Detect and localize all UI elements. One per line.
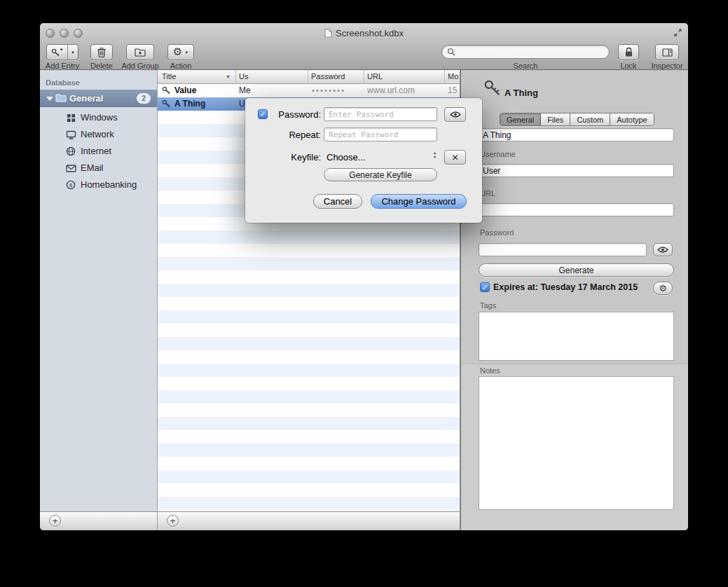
add-entry-button[interactable]: ▼ [46,44,78,60]
column-header-modified[interactable]: Mo [448,72,458,81]
sidebar-item-internet[interactable]: Internet [40,143,157,160]
inspector-entry-title: A Thing [504,88,538,98]
dialog-keyfile-label: Keyfile: [266,152,321,163]
tags-label: Tags [480,301,496,310]
lock-button[interactable] [618,44,639,60]
action-label: Action [163,62,198,70]
row-username: Me [239,85,251,95]
inspector-panel: A Thing General Files Custom Autotype Us… [460,70,688,530]
column-header-title[interactable]: Title [162,72,176,81]
toolbar-item-add-entry: ▼ Add Entry [44,44,81,69]
key-icon [162,86,171,95]
sidebar-item-label: Windows [81,112,118,123]
tab-files[interactable]: Files [541,113,570,125]
svg-text:$: $ [69,182,73,188]
window-title-bar: Screenshot.kdbx [40,27,688,39]
column-divider[interactable] [364,70,364,84]
column-divider[interactable] [235,70,236,84]
row-url: www.url.com [367,85,415,95]
list-bottom-bar: + [158,511,460,530]
inspector-button[interactable] [655,44,679,60]
table-row[interactable]: Value Me •••••••• www.url.com 15 [158,84,460,97]
expires-label: Expires at: Tuesday 17 March 2015 [493,282,638,292]
generate-password-button[interactable]: Generate [479,263,674,277]
sidebar-item-email[interactable]: EMail [40,160,157,177]
add-entry-dropdown-segment[interactable]: ▼ [67,45,78,60]
notes-section: Notes [461,364,688,530]
clear-keyfile-button[interactable]: ✕ [444,150,466,165]
username-field[interactable] [479,164,674,177]
sort-descending-icon[interactable]: ▼ [226,74,231,79]
trash-icon [97,47,107,57]
password-field[interactable] [479,243,647,256]
add-group-label: Add Group [119,62,161,70]
sidebar-section-header: Database [46,78,80,87]
sidebar-item-homebanking[interactable]: $ Homebanking [40,177,157,193]
column-divider[interactable] [444,70,445,84]
sidebar-item-label: EMail [81,163,104,173]
dialog-reveal-password-button[interactable] [444,107,466,122]
tags-field[interactable] [479,312,674,361]
list-header: Title ▼ Us Password URL Mo [158,70,460,84]
internet-globe-icon [65,146,76,157]
add-group-plus-button[interactable]: + [49,515,61,527]
app-window: Screenshot.kdbx ▼ Add Entry Delete [40,23,688,530]
column-divider[interactable] [308,70,308,84]
change-password-button[interactable]: Change Password [371,194,467,209]
delete-button[interactable] [90,44,113,60]
title-field[interactable] [479,128,674,141]
gear-icon: ⚙ [659,284,667,293]
expires-checkbox[interactable]: ✓ [480,282,490,292]
fullscreen-icon[interactable] [673,28,682,37]
expires-settings-button[interactable]: ⚙ [653,282,673,295]
chevron-down-icon: ▼ [71,50,75,55]
url-field[interactable] [479,203,674,216]
sidebar-item-label: Network [81,129,114,139]
disclosure-triangle-icon[interactable] [46,97,53,101]
lock-icon [624,47,633,57]
action-button[interactable]: ⚙ ▼ [167,44,194,60]
tab-autotype[interactable]: Autotype [610,113,653,125]
tab-general[interactable]: General [500,113,541,125]
key-icon [162,99,171,109]
keyfile-popup[interactable]: Choose... [327,152,366,163]
column-header-url[interactable]: URL [367,72,383,81]
add-entry-main-segment[interactable] [47,45,67,60]
sidebar-item-windows[interactable]: Windows [40,109,157,126]
key-icon-large [483,79,502,97]
toolbar-item-inspector: Inspector [649,44,685,69]
dialog-password-label: Password: [266,109,321,120]
sidebar-item-network[interactable]: Network [40,126,157,143]
new-password-input[interactable] [324,107,437,121]
delete-label: Delete [86,62,117,70]
add-group-button[interactable] [126,44,154,60]
password-label: Password [480,228,514,237]
row-title: Value [174,85,196,95]
stepper-down-icon[interactable]: ▼ [433,155,437,159]
lock-label: Lock [614,62,643,70]
sidebar-item-general[interactable]: General 2 [40,90,157,107]
cancel-button[interactable]: Cancel [313,194,362,209]
url-label: URL [480,189,495,198]
add-entry-plus-button[interactable]: + [167,515,179,527]
window-header: Screenshot.kdbx ▼ Add Entry Delete [40,23,688,70]
eye-icon [657,247,668,253]
change-password-dialog: ✓ Password: Repeat: Keyfile: Choose... ▲… [245,98,482,223]
folder-icon [55,93,67,102]
notes-label: Notes [480,366,500,375]
column-header-username[interactable]: Us [239,72,248,81]
column-header-password[interactable]: Password [311,72,345,81]
sidebar-item-label: Homebanking [81,179,137,190]
stepper-icon[interactable]: ▲ ▼ [433,151,437,159]
reveal-password-button[interactable] [653,243,673,256]
generate-keyfile-button[interactable]: Generate Keyfile [324,168,437,181]
search-input[interactable] [441,45,610,59]
inspector-label: Inspector [649,62,685,70]
notes-field[interactable] [479,376,674,510]
eye-icon [450,111,461,118]
sidebar-item-label: Internet [81,146,111,156]
group-label: General [69,93,103,104]
key-plus-icon [51,48,63,57]
tab-custom[interactable]: Custom [570,113,610,125]
repeat-password-input[interactable] [324,127,437,141]
